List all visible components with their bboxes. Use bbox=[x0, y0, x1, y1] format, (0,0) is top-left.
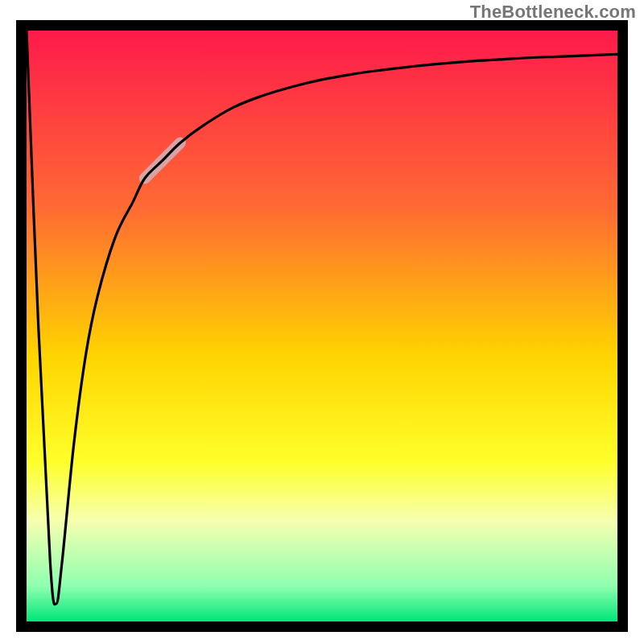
plot-area bbox=[16, 20, 628, 632]
plot-svg bbox=[16, 20, 628, 632]
plot-background bbox=[27, 31, 617, 621]
chart-stage: TheBottleneck.com bbox=[0, 0, 644, 644]
